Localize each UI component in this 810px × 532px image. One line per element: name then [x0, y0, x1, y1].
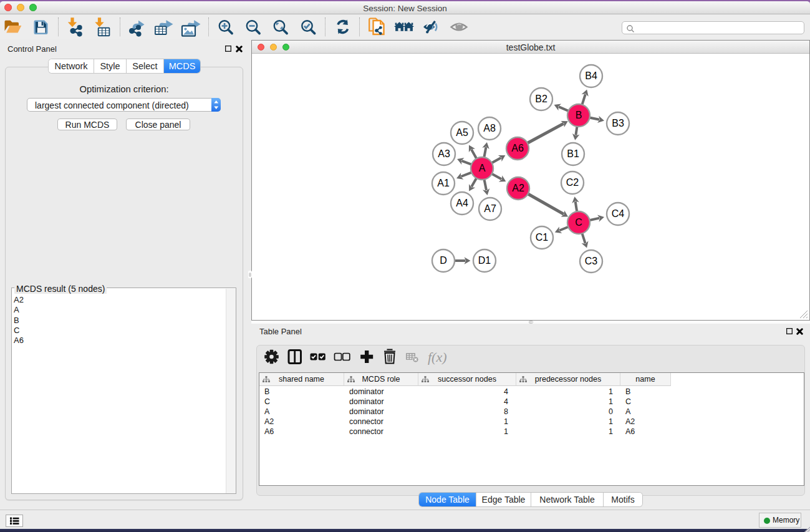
svg-text:B1: B1	[567, 148, 579, 159]
svg-text:B: B	[576, 110, 582, 120]
svg-text:C3: C3	[585, 256, 598, 266]
svg-text:f(x): f(x)	[428, 349, 447, 365]
svg-text:A4: A4	[456, 198, 468, 208]
svg-text:A6: A6	[511, 143, 524, 153]
svg-text:C1: C1	[536, 232, 549, 243]
svg-text:A1: A1	[437, 178, 450, 188]
svg-text:A5: A5	[456, 127, 468, 138]
svg-text:A3: A3	[438, 148, 450, 159]
svg-text:A7: A7	[484, 203, 496, 214]
svg-text:B3: B3	[612, 118, 624, 128]
svg-text:A2: A2	[512, 183, 524, 193]
svg-text:C: C	[575, 217, 582, 228]
svg-text:B2: B2	[535, 94, 547, 104]
svg-text:B4: B4	[585, 70, 597, 81]
svg-text:C2: C2	[566, 177, 579, 188]
svg-text:C4: C4	[612, 208, 625, 219]
svg-text:A: A	[479, 163, 486, 173]
svg-text:D: D	[440, 255, 447, 266]
svg-text:A8: A8	[483, 123, 496, 133]
svg-text:D1: D1	[478, 255, 491, 266]
